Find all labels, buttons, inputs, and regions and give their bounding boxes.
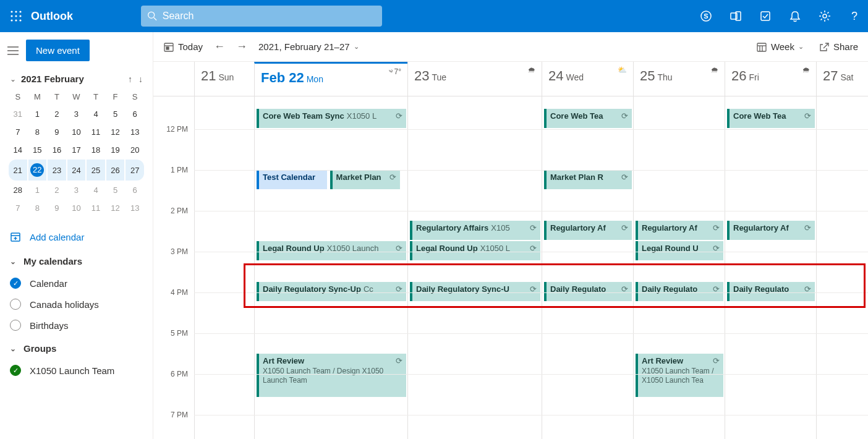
app-launcher-icon[interactable] [7, 7, 25, 25]
day-column[interactable]: Regulartory AffairsX105⟳Legal Round UpX1… [407, 96, 542, 439]
mini-cal-day[interactable]: 19 [106, 142, 125, 158]
mini-cal-day[interactable]: 18 [87, 142, 105, 158]
mini-cal-day[interactable]: 7 [9, 200, 27, 216]
calendar-toggle[interactable] [10, 278, 21, 289]
day-header[interactable]: 24Wed⛅ [542, 62, 633, 96]
mini-cal-day[interactable]: 31 [9, 106, 27, 122]
calendar-event[interactable]: Core Web Tea⟳ [727, 109, 815, 128]
share-button[interactable]: Share [819, 41, 858, 53]
month-prev-icon[interactable]: ↑ [128, 74, 132, 84]
calendar-event[interactable]: Regulartory Af⟳ [636, 221, 723, 240]
day-column[interactable]: Core Web Team SyncX1050 L⟳Test CalendarM… [254, 96, 407, 439]
calendar-toggle[interactable] [10, 299, 21, 310]
teams-icon[interactable] [730, 10, 742, 22]
calendar-event[interactable]: Regulartory Af⟳ [727, 221, 815, 240]
day-column[interactable]: Core Web Tea⟳Market Plan R⟳Regulartory A… [542, 96, 633, 439]
mini-cal-day[interactable]: 20 [126, 142, 144, 158]
mini-cal-day[interactable]: 21 [9, 160, 27, 181]
hamburger-icon[interactable] [7, 46, 19, 55]
calendar-event[interactable]: Daily Regulato⟳ [636, 282, 723, 301]
calendar-event[interactable]: Legal Round UpX1050 L⟳ [410, 241, 540, 260]
calendar-event[interactable]: Core Web Team SyncX1050 L⟳ [257, 109, 406, 128]
day-header[interactable]: 25Thu🌧 [633, 62, 725, 96]
calendar-event[interactable]: Regulartory Af⟳ [544, 221, 632, 240]
day-column[interactable] [816, 96, 863, 439]
calendar-item[interactable]: Birthdays [7, 315, 145, 336]
calendar-event[interactable]: Legal Round U⟳ [636, 241, 723, 260]
search-input[interactable] [163, 11, 376, 22]
calendar-item[interactable]: Calendar [7, 273, 145, 294]
group-toggle[interactable] [10, 365, 21, 376]
mini-cal-day[interactable]: 17 [67, 142, 86, 158]
calendar-event[interactable]: Daily Regulato⟳ [727, 282, 815, 301]
calendar-event[interactable]: Test Calendar [257, 170, 327, 189]
gear-icon[interactable] [819, 10, 831, 22]
mini-cal-day[interactable]: 12 [106, 124, 125, 140]
day-header[interactable]: 23Tue🌧 [407, 62, 542, 96]
skype-icon[interactable]: S [700, 10, 712, 22]
mini-cal-day[interactable]: 25 [87, 160, 105, 181]
mini-cal-day[interactable]: 11 [87, 200, 105, 216]
day-column[interactable]: Regulartory Af⟳Legal Round U⟳Daily Regul… [633, 96, 725, 439]
calendar-event[interactable]: Core Web Tea⟳ [544, 109, 632, 128]
mini-cal-day[interactable]: 3 [67, 106, 86, 122]
calendar-event[interactable]: Daily Regulatory Sync-U⟳ [410, 282, 540, 301]
mini-cal-day[interactable]: 13 [126, 200, 144, 216]
mini-cal-day[interactable]: 22 [28, 160, 47, 181]
calendar-item[interactable]: Canada holidays [7, 294, 145, 315]
mini-cal-day[interactable]: 13 [126, 124, 144, 140]
mini-cal-day[interactable]: 10 [67, 200, 86, 216]
mini-cal-day[interactable]: 23 [48, 160, 66, 181]
mini-cal-day[interactable]: 1 [28, 106, 47, 122]
add-calendar-button[interactable]: Add calendar [10, 231, 143, 242]
mini-cal-day[interactable]: 6 [126, 182, 144, 198]
day-column[interactable] [194, 96, 254, 439]
mini-cal-day[interactable]: 2 [48, 182, 66, 198]
groups-header[interactable]: ⌄ Groups [10, 343, 143, 354]
mini-cal-day[interactable]: 15 [28, 142, 47, 158]
day-column[interactable]: Core Web Tea⟳Regulartory Af⟳Daily Regula… [725, 96, 816, 439]
mini-cal-day[interactable]: 9 [48, 124, 66, 140]
calendar-toggle[interactable] [10, 320, 21, 331]
mini-cal-day[interactable]: 4 [87, 182, 105, 198]
mini-cal-day[interactable]: 3 [67, 182, 86, 198]
mini-cal-day[interactable]: 1 [28, 182, 47, 198]
new-event-button[interactable]: New event [26, 40, 90, 61]
mini-cal-day[interactable]: 16 [48, 142, 66, 158]
calendar-event[interactable]: Legal Round UpX1050 Launch⟳ [257, 241, 406, 260]
group-item[interactable]: X1050 Launch Team [7, 360, 145, 381]
next-week-icon[interactable]: → [236, 40, 247, 53]
mini-calendar[interactable]: SMTWTFS 31123456789101112131415161718192… [7, 88, 145, 218]
mini-cal-day[interactable]: 2 [48, 106, 66, 122]
month-next-icon[interactable]: ↓ [138, 74, 143, 84]
help-icon[interactable]: ? [848, 10, 861, 22]
mini-cal-day[interactable]: 10 [67, 124, 86, 140]
calendar-event[interactable]: Art ReviewX1050 Launch Team / X1050 Laun… [636, 354, 723, 398]
day-header[interactable]: Feb 22Mon༄7° [254, 62, 407, 96]
day-header[interactable]: 21Sun [194, 62, 254, 96]
mini-cal-day[interactable]: 8 [28, 200, 47, 216]
mini-cal-day[interactable]: 11 [87, 124, 105, 140]
mini-cal-day[interactable]: 9 [48, 200, 66, 216]
search-box[interactable] [141, 6, 382, 27]
date-range-picker[interactable]: 2021, February 21–27 ⌄ [258, 41, 359, 52]
day-header[interactable]: 26Fri🌧 [725, 62, 816, 96]
calendar-event[interactable]: Market Plan⟳ [330, 170, 401, 189]
calendar-event[interactable]: Daily Regulatory Sync-UpCc⟳ [257, 282, 406, 301]
calendar-event[interactable]: Daily Regulato⟳ [544, 282, 632, 301]
mini-cal-day[interactable]: 28 [9, 182, 27, 198]
mini-cal-day[interactable]: 4 [87, 106, 105, 122]
mini-cal-day[interactable]: 8 [28, 124, 47, 140]
mini-cal-day[interactable]: 5 [106, 106, 125, 122]
calendar-event[interactable]: Market Plan R⟳ [544, 170, 632, 189]
today-button[interactable]: Today [163, 41, 203, 53]
mini-cal-day[interactable]: 7 [9, 124, 27, 140]
prev-week-icon[interactable]: ← [214, 40, 225, 53]
mini-cal-day[interactable]: 5 [106, 182, 125, 198]
mini-cal-day[interactable]: 12 [106, 200, 125, 216]
mini-cal-day[interactable]: 24 [67, 160, 86, 181]
bell-icon[interactable] [789, 10, 801, 22]
mini-cal-day[interactable]: 27 [126, 160, 144, 181]
calendar-event[interactable]: Art ReviewX1050 Launch Team / Design X10… [257, 354, 406, 398]
mini-cal-day[interactable]: 6 [126, 106, 144, 122]
